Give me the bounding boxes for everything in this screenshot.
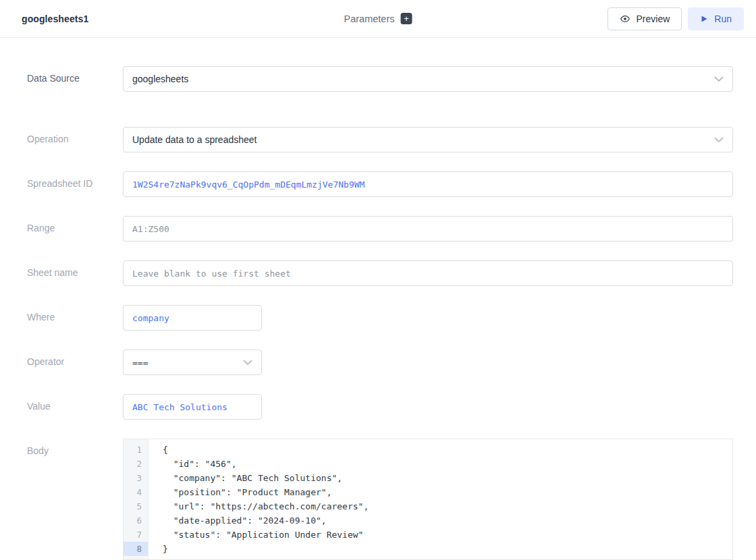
where-input[interactable] xyxy=(123,305,262,331)
line-number: 4 xyxy=(124,485,148,499)
data-source-label: Data Source xyxy=(27,66,123,92)
sheet-name-label: Sheet name xyxy=(27,260,123,286)
query-form: Data Source googlesheets Operation Updat… xyxy=(0,38,756,560)
value-label: Value xyxy=(27,394,123,420)
field-row-operation: Operation Update data to a spreadsheet xyxy=(27,127,733,152)
eye-icon xyxy=(620,13,630,24)
field-row-range: Range xyxy=(27,216,733,242)
operator-select[interactable]: === xyxy=(123,349,262,375)
code-line: { xyxy=(163,443,732,457)
range-label: Range xyxy=(27,216,123,242)
code-line: "status": "Application Under Review" xyxy=(163,528,732,542)
code-line: } xyxy=(163,542,732,556)
field-row-operator: Operator === xyxy=(27,349,733,375)
parameters-section: Parameters + xyxy=(344,13,412,24)
query-header: googlesheets1 Parameters + Preview Run xyxy=(0,0,756,38)
plus-icon: + xyxy=(404,13,409,24)
line-number: 7 xyxy=(124,528,148,542)
operator-label: Operator xyxy=(27,349,123,375)
field-row-spreadsheet-id: Spreadsheet ID xyxy=(27,171,733,197)
operator-value: === xyxy=(132,358,148,368)
operation-value: Update data to a spreadsheet xyxy=(132,134,256,145)
query-editor-panel: googlesheets1 Parameters + Preview Run xyxy=(0,0,756,560)
line-number: 2 xyxy=(124,457,148,471)
line-number-gutter: 1 2 3 4 5 6 7 8 xyxy=(124,439,148,559)
range-input[interactable] xyxy=(123,216,733,242)
data-source-select[interactable]: googlesheets xyxy=(123,66,733,92)
spreadsheet-id-label: Spreadsheet ID xyxy=(27,171,123,197)
line-number: 5 xyxy=(124,499,148,513)
code-line: "position": "Product Manager", xyxy=(163,485,732,499)
value-input[interactable] xyxy=(123,394,262,420)
code-line: "company": "ABC Tech Solutions", xyxy=(163,471,732,485)
line-number: 6 xyxy=(124,513,148,528)
data-source-value: googlesheets xyxy=(132,74,188,84)
body-code-editor[interactable]: 1 2 3 4 5 6 7 8 { "id": "456", "company"… xyxy=(123,439,733,560)
field-row-value: Value xyxy=(27,394,733,420)
operation-select[interactable]: Update data to a spreadsheet xyxy=(123,127,733,152)
code-line: "id": "456", xyxy=(163,457,732,471)
where-label: Where xyxy=(27,305,123,331)
line-number: 1 xyxy=(124,443,148,457)
chevron-down-icon xyxy=(243,360,252,366)
preview-button[interactable]: Preview xyxy=(608,7,682,30)
chevron-down-icon xyxy=(714,137,724,143)
field-row-where: Where xyxy=(27,305,733,331)
run-button[interactable]: Run xyxy=(688,7,744,30)
code-line: "date-applied": "2024-09-10", xyxy=(163,513,732,528)
sheet-name-input[interactable] xyxy=(123,260,733,286)
code-content: { "id": "456", "company": "ABC Tech Solu… xyxy=(148,439,732,559)
query-title: googlesheets1 xyxy=(22,13,88,24)
parameters-label: Parameters xyxy=(344,13,395,24)
line-number: 3 xyxy=(124,471,148,485)
chevron-down-icon xyxy=(714,76,724,82)
spreadsheet-id-input[interactable] xyxy=(123,171,733,197)
add-parameter-button[interactable]: + xyxy=(400,13,412,24)
run-label: Run xyxy=(714,13,732,24)
code-line: "url": "https://abctech.com/careers", xyxy=(163,499,732,513)
field-row-body: Body 1 2 3 4 5 6 7 8 { "id": xyxy=(27,439,733,560)
field-row-sheet-name: Sheet name xyxy=(27,260,733,286)
header-actions: Preview Run xyxy=(608,7,744,30)
body-label: Body xyxy=(27,439,123,560)
preview-label: Preview xyxy=(637,13,670,24)
operation-label: Operation xyxy=(27,127,123,152)
line-number-active: 8 xyxy=(124,542,148,556)
play-icon xyxy=(700,15,708,23)
field-row-data-source: Data Source googlesheets xyxy=(27,66,733,92)
